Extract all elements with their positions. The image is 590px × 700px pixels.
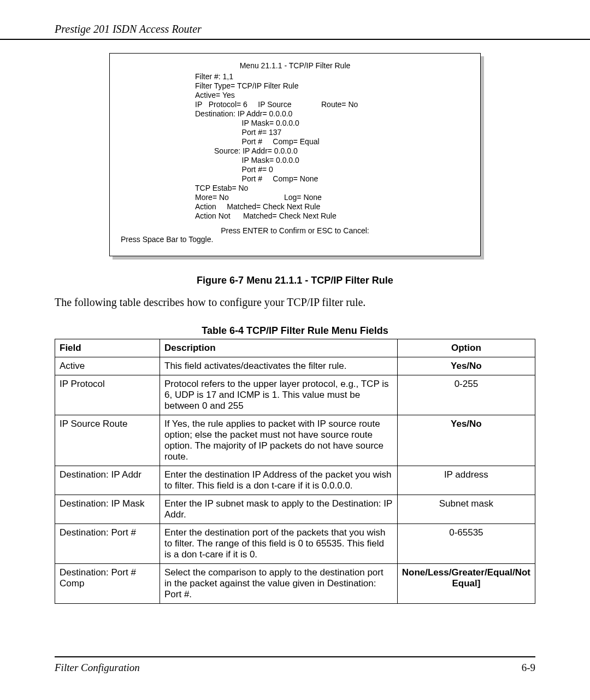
col-description: Description [160,339,398,357]
col-option: Option [397,339,535,357]
menu-body: Filter #: 1,1 Filter Type= TCP/IP Filter… [119,72,471,221]
menu-box: Menu 21.1.1 - TCP/IP Filter Rule Filter … [109,53,481,256]
menu-confirm-hint: Press ENTER to Confirm or ESC to Cancel: [119,226,471,235]
figure-caption: Figure 6-7 Menu 21.1.1 - TCP/IP Filter R… [55,275,535,286]
table-row: IP ProtocolProtocol refers to the upper … [55,375,535,415]
cell-description: This field activates/deactivates the fil… [160,357,398,375]
page-footer: Filter Configuration 6-9 [55,656,535,674]
table-caption: Table 6-4 TCP/IP Filter Rule Menu Fields [55,325,535,337]
footer-section: Filter Configuration [55,662,140,674]
cell-field: Destination: IP Mask [55,495,160,524]
cell-option: Yes/No [397,415,535,466]
table-row: Destination: IP AddrEnter the destinatio… [55,466,535,495]
table-row: Destination: IP MaskEnter the IP subnet … [55,495,535,524]
cell-option: 0-255 [397,375,535,415]
cell-field: Active [55,357,160,375]
col-field: Field [55,339,160,357]
cell-option: Yes/No [397,357,535,375]
cell-option: 0-65535 [397,524,535,564]
cell-field: Destination: Port # [55,524,160,564]
page-header: Prestige 201 ISDN Access Router [0,0,590,40]
cell-field: Destination: Port # Comp [55,564,160,604]
cell-description: Enter the destination port of the packet… [160,524,398,564]
footer-page-number: 6-9 [522,662,535,674]
menu-toggle-hint: Press Space Bar to Toggle. [119,235,471,244]
table-row: Destination: Port # CompSelect the compa… [55,564,535,604]
table-row: Destination: Port #Enter the destination… [55,524,535,564]
cell-field: Destination: IP Addr [55,466,160,495]
table-header-row: Field Description Option [55,339,535,357]
table-row: IP Source RouteIf Yes, the rule applies … [55,415,535,466]
cell-field: IP Protocol [55,375,160,415]
menu-screenshot: Menu 21.1.1 - TCP/IP Filter Rule Filter … [109,53,481,256]
filter-rule-table: Field Description Option ActiveThis fiel… [55,339,535,604]
cell-option: Subnet mask [397,495,535,524]
cell-option: None/Less/Greater/Equal/Not Equal] [397,564,535,604]
cell-option: IP address [397,466,535,495]
table-row: ActiveThis field activates/deactivates t… [55,357,535,375]
content: Menu 21.1.1 - TCP/IP Filter Rule Filter … [0,53,590,604]
cell-description: If Yes, the rule applies to packet with … [160,415,398,466]
menu-title: Menu 21.1.1 - TCP/IP Filter Rule [119,61,471,70]
cell-description: Enter the IP subnet mask to apply to the… [160,495,398,524]
cell-description: Enter the destination IP Address of the … [160,466,398,495]
cell-description: Select the comparison to apply to the de… [160,564,398,604]
cell-description: Protocol refers to the upper layer proto… [160,375,398,415]
body-text: The following table describes how to con… [55,296,535,309]
cell-field: IP Source Route [55,415,160,466]
